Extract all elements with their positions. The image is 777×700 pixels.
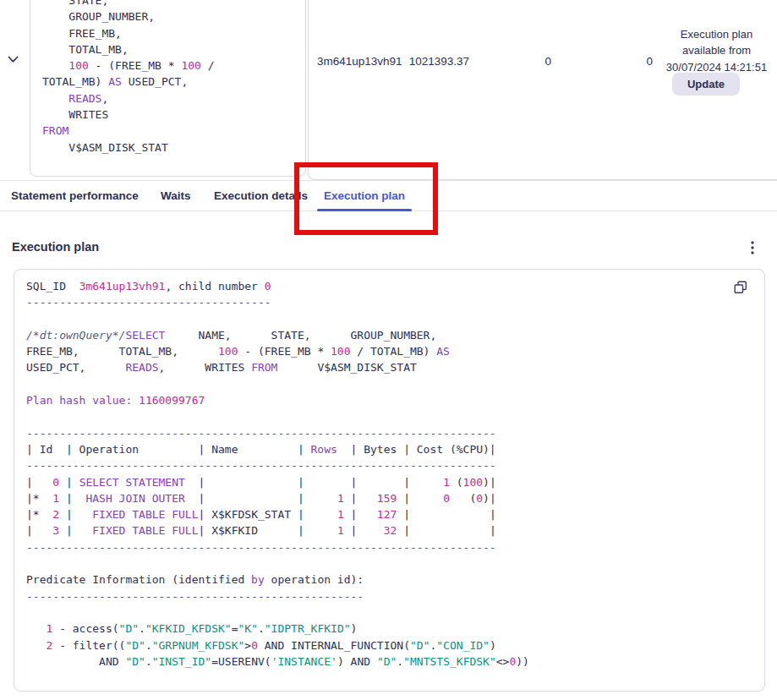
code-line	[26, 408, 752, 424]
sql-preview-code: STATE, GROUP_NUMBER, FREE_MB, TOTAL_MB, …	[30, 0, 305, 156]
copy-icon	[734, 281, 747, 294]
code-line: STATE,	[42, 0, 305, 8]
code-line	[26, 604, 752, 621]
code-line: GROUP_NUMBER,	[42, 8, 305, 25]
copy-button[interactable]	[732, 280, 749, 297]
section-title: Execution plan	[12, 240, 99, 254]
code-line: V$ASM_DISK_STAT	[42, 139, 305, 156]
code-line	[26, 311, 752, 327]
code-line: FREE_MB,	[42, 25, 305, 41]
code-line: /*dt:ownQuery*/SELECT NAME, STATE, GROUP…	[26, 327, 752, 343]
code-line: FROM	[42, 123, 305, 139]
tab-execution-plan[interactable]: Execution plan	[317, 181, 412, 211]
code-line: ----------------------------------------…	[26, 588, 752, 604]
code-line: |* 2 | FIXED TABLE FULL| X$KFDSK_STAT | …	[26, 506, 752, 522]
metric-cell-2: 0	[507, 55, 551, 68]
code-line: SQL_ID 3m641up13vh91, child number 0	[26, 278, 752, 294]
sql-preview-panel: STATE, GROUP_NUMBER, FREE_MB, TOTAL_MB, …	[30, 0, 306, 177]
code-line: 2 - filter(("D"."GRPNUM_KFDSK">0 AND INT…	[26, 637, 752, 654]
active-tab-underline	[317, 209, 412, 211]
code-line: Plan hash value: 1160099767	[26, 392, 752, 408]
tab-waits[interactable]: Waits	[161, 181, 191, 211]
update-button[interactable]: Update	[672, 73, 740, 96]
tab-execution-details[interactable]: Execution details	[214, 181, 308, 211]
plan-availability-text: Execution plan available from 30/07/2024…	[659, 26, 774, 75]
code-line: WRITES	[42, 107, 305, 123]
code-line: READS,	[42, 90, 305, 107]
kebab-menu-button[interactable]	[742, 238, 763, 258]
code-line: FREE_MB, TOTAL_MB, 100 - (FREE_MB * 100 …	[26, 343, 752, 359]
plan-output-code: SQL_ID 3m641up13vh91, child number 0----…	[14, 270, 764, 670]
code-line: | Id | Operation | Name | Rows | Bytes |…	[26, 441, 752, 457]
metric-cell-3: 0	[609, 55, 653, 68]
code-line: Predicate Information (identified by ope…	[26, 571, 752, 588]
code-line: AND "D"."INST_ID"=USERENV('INSTANCE') AN…	[26, 654, 752, 670]
code-line: | 3 | FIXED TABLE FULL| X$KFKID | 1 | 32…	[26, 522, 752, 539]
statement-row: STATE, GROUP_NUMBER, FREE_MB, TOTAL_MB, …	[0, 0, 777, 180]
code-line: TOTAL_MB,	[42, 41, 305, 57]
sql-id-cell: 3m641up13vh91	[317, 55, 402, 68]
code-line: TOTAL_MB) AS USED_PCT,	[42, 74, 305, 90]
code-line: 100 - (FREE_MB * 100 /	[42, 57, 305, 74]
code-line: USED_PCT, READS, WRITES FROM V$ASM_DISK_…	[26, 359, 752, 375]
code-line: -------------------------------------	[26, 294, 752, 310]
chevron-down-icon[interactable]	[5, 52, 20, 66]
tab-bar: Statement performance Waits Execution de…	[0, 180, 777, 211]
code-line: ----------------------------------------…	[26, 457, 752, 473]
code-line: ----------------------------------------…	[26, 425, 752, 441]
code-line: 1 - access("D"."KFKID_KFDSK"="K"."IDPTR_…	[26, 621, 752, 637]
code-line: |* 1 | HASH JOIN OUTER | | 1 | 159 | 0 (…	[26, 490, 752, 506]
kebab-menu-icon	[750, 240, 755, 255]
metric-cell-1: 1021393.37	[393, 55, 469, 68]
page: STATE, GROUP_NUMBER, FREE_MB, TOTAL_MB, …	[0, 0, 777, 700]
plan-output-panel: SQL_ID 3m641up13vh91, child number 0----…	[14, 269, 765, 692]
code-line	[26, 376, 752, 392]
code-line: | 0 | SELECT STATEMENT | | | | 1 (100)|	[26, 474, 752, 490]
tab-statement-performance[interactable]: Statement performance	[11, 181, 139, 211]
code-line	[26, 555, 752, 571]
code-line: ----------------------------------------…	[26, 539, 752, 555]
